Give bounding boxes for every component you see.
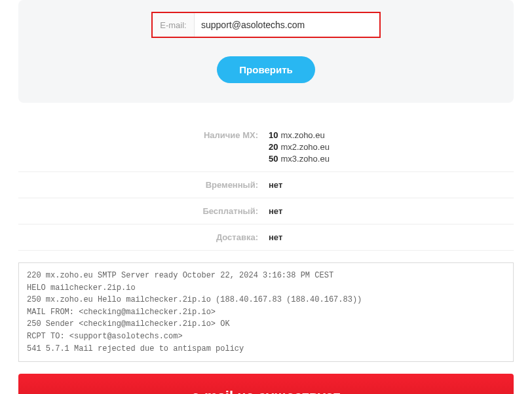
status-banner: e-mail не существует xyxy=(18,374,514,394)
mx-label: Наличие MX: xyxy=(18,130,266,164)
mx-list: 10mx.zoho.eu 20mx2.zoho.eu 50mx3.zoho.eu xyxy=(269,130,514,164)
email-label: E-mail: xyxy=(153,13,195,37)
temporary-label: Временный: xyxy=(18,180,266,190)
form-panel: E-mail: Проверить xyxy=(18,0,514,103)
results-section: Наличие MX: 10mx.zoho.eu 20mx2.zoho.eu 5… xyxy=(18,122,514,251)
mx-item: 20mx2.zoho.eu xyxy=(269,142,514,152)
mx-item: 50mx3.zoho.eu xyxy=(269,154,514,164)
temporary-row: Временный: нет xyxy=(18,172,514,198)
check-button[interactable]: Проверить xyxy=(217,56,314,83)
delivery-row: Доставка: нет xyxy=(18,224,514,251)
smtp-log: 220 mx.zoho.eu SMTP Server ready October… xyxy=(18,262,514,362)
mx-item: 10mx.zoho.eu xyxy=(269,130,514,140)
email-input-group: E-mail: xyxy=(151,12,381,38)
free-value: нет xyxy=(266,206,514,216)
free-label: Бесплатный: xyxy=(18,206,266,216)
email-input[interactable] xyxy=(195,13,379,37)
free-row: Бесплатный: нет xyxy=(18,198,514,224)
temporary-value: нет xyxy=(266,180,514,190)
mx-row: Наличие MX: 10mx.zoho.eu 20mx2.zoho.eu 5… xyxy=(18,122,514,172)
delivery-label: Доставка: xyxy=(18,232,266,242)
mx-value: 10mx.zoho.eu 20mx2.zoho.eu 50mx3.zoho.eu xyxy=(266,130,514,164)
delivery-value: нет xyxy=(266,232,514,242)
